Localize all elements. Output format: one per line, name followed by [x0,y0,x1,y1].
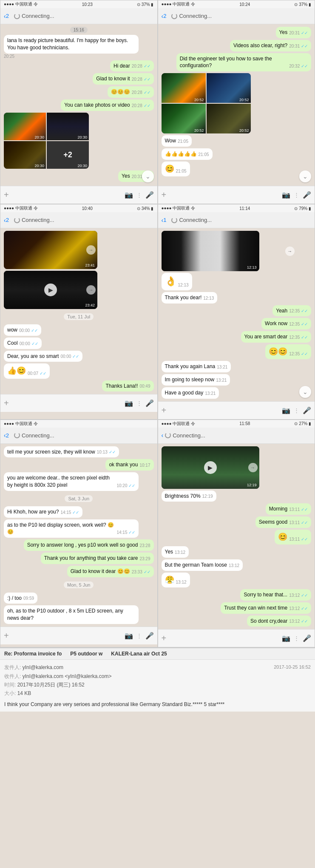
msg-video-3-1[interactable]: 23:41 → [4,231,97,269]
forward-btn-3-1[interactable]: → [86,245,96,255]
img-p2-3[interactable]: 20:52 [162,104,206,133]
msg-video-4[interactable]: 12:13 → [162,231,296,271]
carrier-2: ●●●● 中国联通 令 [162,1,196,7]
email-subject-3: KALER-Lana air Oct 25 [111,651,167,657]
img-p2-4[interactable]: 20:52 [207,104,251,133]
mic-icon-4[interactable]: 🎤 [303,406,311,414]
plus-button-1[interactable]: + [4,190,9,200]
back-button-2[interactable]: ‹2 [162,13,170,20]
camera-icon-5[interactable]: 📷 [125,632,133,640]
msg-video-6[interactable]: ▶ 12:19 → [162,446,259,489]
msg-emoji-smile6: 😊 13:11 ✓✓ [275,530,311,545]
plus-button-5[interactable]: + [4,631,9,641]
mic-icon-3[interactable]: 🎤 [145,399,154,407]
back-button-6[interactable]: ‹ [162,432,164,439]
dots-icon-2[interactable]: ⋮ [294,192,299,198]
msg-video-3-2[interactable]: ▶ 23:42 → [4,271,97,309]
img-p2-1[interactable]: 20:52 [162,73,206,103]
mic-icon-6[interactable]: 🎤 [303,634,311,642]
camera-icon-1[interactable]: 📷 [125,191,133,199]
msg-wow-3: wow 00:00 ✓✓ [4,324,41,336]
forward-btn-3-2[interactable]: → [86,285,96,295]
time-3: 10:40 [82,206,93,211]
dots-icon-3[interactable]: ⋮ [136,400,142,406]
dots-icon-1[interactable]: ⋮ [136,192,142,198]
img-thumb-3[interactable]: 20:30 [4,141,46,169]
scroll-arrow-2[interactable]: ⌄ [299,170,311,182]
img-time-3: 20:30 [34,164,44,168]
panel-2: ●●●● 中国联通 令 10:24 ⊙ 37% ▮ ‹2 Connecting.… [158,0,315,204]
scroll-arrow-1[interactable]: ⌄ [142,170,154,182]
msg-img-grid-1[interactable]: 20:30 20:30 20:30 +2 20:30 [4,113,89,169]
msg-thumbs: 👍👍👍👍👍 21:05 [162,148,213,160]
msg-ok-thankyou: ok thank you 10:17 [105,459,153,471]
plus-button-3[interactable]: + [4,398,9,408]
chat-header-2: ‹2 Connecting... [158,8,315,24]
camera-icon-2[interactable]: 📷 [282,191,290,199]
back-button-3[interactable]: ‹2 [4,217,12,224]
camera-icon-6[interactable]: 📷 [282,634,290,642]
dots-icon-6[interactable]: ⋮ [294,635,299,641]
bubble-engineer: Did the engineer tell you how to save th… [176,53,311,72]
forward-btn-6[interactable]: → [248,463,258,472]
bubble-seems-good: Seems good 13:11 ✓✓ [255,516,311,528]
connecting-spinner-2 [171,13,177,19]
msg-sent-hi: Hi dear 20:28 ✓✓ [110,60,154,72]
img-p2-2[interactable]: 20:52 [207,73,251,103]
carrier-1: ●●●● 中国联通 令 [4,1,38,7]
panel-5: ●●●● 中国联通 令 ‹2 Connecting... tell me you… [0,420,158,648]
connecting-spinner-4 [171,217,177,223]
forward-btn-4[interactable]: → [285,247,295,256]
input-bar-4: + 📷 ⋮ 🎤 [158,401,315,419]
msg-engineer: Did the engineer tell you how to save th… [176,53,311,72]
email-meta: 发件人: yInI@kalerka.com 2017-10-25 16:52 收… [4,663,311,698]
back-button-5[interactable]: ‹2 [4,432,12,439]
plus-button-4[interactable]: + [162,406,167,415]
panel-4: ●●●● 中国联通 令 11:14 ⊙ 79% ▮ ‹1 Connecting.… [158,204,315,420]
camera-icon-3[interactable]: 📷 [125,399,133,407]
img-thumb-4[interactable]: +2 20:30 [47,141,89,169]
mic-icon-2[interactable]: 🎤 [303,191,311,199]
status-bar-3: ●●●● 中国联通 令 10:40 ⊙ 34% ▮ [0,204,157,212]
bubble-hi-khoh: Hi Khoh, how are you? 14:15 ✓✓ [4,506,82,518]
dots-icon-4[interactable]: ⋮ [294,407,299,414]
play-button-6[interactable]: ▶ [204,461,217,474]
chat-area-6: ▶ 12:19 → Brightness 70% 12:19 Morning [158,444,315,630]
msg-hi-khoh: Hi Khoh, how are you? 14:15 ✓✓ [4,506,82,518]
msg-emoji-smiles: 😊😊 12:35 ✓✓ [265,344,311,359]
scroll-arrow-4[interactable]: ⌄ [299,386,311,398]
msg-morning: Morning 13:11 ✓✓ [266,503,311,515]
msg-screen-size: tell me your screen size, they will know… [4,446,119,458]
connecting-status-5: Connecting... [14,432,54,439]
msg-glad-dear: Glad to know it dear 😊😊 23:33 ✓✓ [67,566,154,577]
connecting-status-2: Connecting... [171,13,212,19]
input-bar-6: + 📷 ⋮ 🎤 [158,629,315,647]
panel-1: ●●●● 中国联通 令 10:23 ⊙ 37% ▮ ‹2 Connecting.… [0,0,158,204]
bubble-sorry-answer: Sorry to answer long , yes p10 work well… [24,539,154,551]
email-size-row: 大小: 14 KB [4,689,311,698]
back-button-1[interactable]: ‹2 [4,13,12,20]
msg-img-grid-2[interactable]: 20:52 20:52 20:52 20:52 [162,73,251,133]
dots-icon-5[interactable]: ⋮ [136,633,142,639]
msg-wow: Wow 21:05 [162,135,192,147]
camera-icon-4[interactable]: 📷 [282,406,290,414]
chat-area-4: 12:13 → 👌 12:13 Thank you dear! 12:13 [158,228,315,401]
img-thumb-1[interactable]: 20:30 [4,113,46,140]
msg-smiley: 😊 21:05 [162,162,190,176]
connecting-status-4: Connecting... [171,217,212,223]
msg-sent-emoji1: 😊😊😊 20:28 ✓✓ [108,86,154,98]
msg-sent-photos: You can take photos or video 20:28 ✓✓ [61,99,153,111]
bubble-sorry-hear: Sorry to hear that... 13:12 ✓✓ [240,589,311,601]
img-thumb-2[interactable]: 20:30 [47,113,89,140]
mic-icon-5[interactable]: 🎤 [145,632,154,640]
plus-button-6[interactable]: + [162,633,167,643]
vid-time-4: 12:13 [247,265,257,269]
chat-area-5: tell me your screen size, they will know… [0,444,157,627]
back-button-4[interactable]: ‹1 [162,217,170,224]
msg-german: But the german Team loose 13:12 [162,559,243,571]
mic-icon-1[interactable]: 🎤 [145,191,154,199]
bubble-trust-win: Trust they can win next time 13:12 ✓✓ [221,602,311,614]
play-button-3[interactable]: ▶ [44,284,57,296]
plus-button-2[interactable]: + [162,190,167,200]
msg-brightness: Brightness 70% 12:19 [162,491,216,502]
